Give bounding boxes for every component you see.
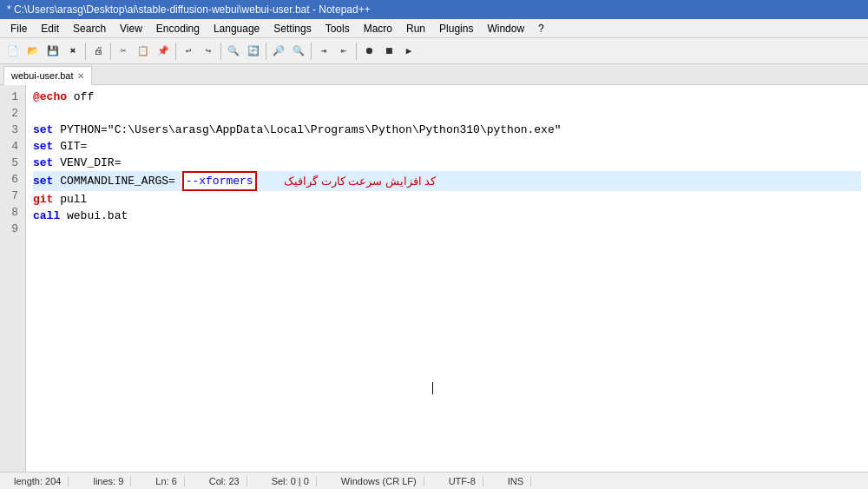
separator-3	[175, 43, 176, 60]
line-num-9: 9	[3, 221, 18, 237]
line-num-7: 7	[3, 188, 18, 204]
status-charset: UTF-8	[442, 476, 483, 486]
code-line-6: set COMMANDLINE_ARGS= --xformers کد افزا…	[33, 171, 861, 191]
macro-button[interactable]: ⏺	[359, 42, 378, 61]
code-set-5: set	[33, 155, 60, 171]
code-area[interactable]: @echo off set PYTHON="C:\Users\arasg\App…	[26, 85, 868, 472]
code-line-5: set VENV_DIR=	[33, 155, 861, 171]
separator-5	[266, 43, 266, 60]
status-lines: lines: 9	[86, 476, 131, 486]
zoom-in-button[interactable]: 🔎	[269, 42, 288, 61]
code-set-3: set	[33, 122, 60, 138]
title-bar: * C:\Users\arasg\Desktop\ai\stable-diffu…	[0, 0, 868, 19]
print-button[interactable]: 🖨	[89, 42, 108, 61]
find-button[interactable]: 🔍	[224, 42, 243, 61]
code-set-6: set	[33, 173, 60, 189]
toolbar: 📄 📂 💾 ✖ 🖨 ✂ 📋 📌 ↩ ↪ 🔍 🔄 🔎 🔍 ⇥ ⇤ ⏺ ⏹ ▶	[0, 38, 868, 64]
menu-item-encoding[interactable]: Encoding	[149, 21, 207, 36]
editor: 1 2 3 4 5 6 7 8 9 @echo off set PYTHON="…	[0, 85, 868, 472]
menu-item-language[interactable]: Language	[207, 21, 266, 36]
menu-bar: FileEditSearchViewEncodingLanguageSettin…	[0, 19, 868, 38]
open-button[interactable]: 📂	[23, 42, 43, 61]
redo-button[interactable]: ↪	[199, 42, 218, 61]
menu-item-settings[interactable]: Settings	[266, 21, 318, 36]
line-num-8: 8	[3, 204, 18, 221]
menu-item-tools[interactable]: Tools	[319, 21, 357, 36]
cut-button[interactable]: ✂	[114, 42, 133, 61]
code-line-7: git pull	[33, 191, 861, 208]
undo-button[interactable]: ↩	[179, 42, 198, 61]
separator-4	[220, 43, 221, 60]
status-ins: INS	[501, 476, 531, 486]
line-num-2: 2	[3, 105, 18, 122]
status-length: length: 204	[7, 476, 69, 486]
separator-7	[356, 43, 357, 60]
menu-item-file[interactable]: File	[3, 21, 34, 36]
separator-2	[110, 43, 111, 60]
zoom-out-button[interactable]: 🔍	[289, 42, 308, 61]
paste-button[interactable]: 📌	[154, 42, 173, 61]
tab-webui-user-bat[interactable]: webui-user.bat ✕	[3, 66, 92, 85]
tab-label: webui-user.bat	[11, 70, 74, 81]
menu-item-macro[interactable]: Macro	[357, 21, 399, 36]
line-num-5: 5	[3, 155, 18, 171]
tab-bar: webui-user.bat ✕	[0, 64, 868, 85]
copy-button[interactable]: 📋	[134, 42, 153, 61]
code-line-8: call webui.bat	[33, 208, 861, 224]
xformers-value: --xformers	[182, 171, 257, 191]
outdent-button[interactable]: ⇤	[334, 42, 353, 61]
status-ln: Ln: 6	[148, 476, 184, 486]
line-num-3: 3	[3, 122, 18, 138]
replace-button[interactable]: 🔄	[244, 42, 263, 61]
menu-item-plugins[interactable]: Plugins	[432, 21, 480, 36]
new-button[interactable]: 📄	[3, 42, 23, 61]
menu-item-run[interactable]: Run	[399, 21, 432, 36]
code-line-9	[33, 224, 861, 241]
menu-item-view[interactable]: View	[113, 21, 149, 36]
line-numbers: 1 2 3 4 5 6 7 8 9	[0, 85, 26, 472]
line-num-4: 4	[3, 138, 18, 155]
code-git: git	[33, 191, 53, 208]
close-button[interactable]: ✖	[63, 42, 82, 61]
status-bar: length: 204 lines: 9 Ln: 6 Col: 23 Sel: …	[0, 472, 868, 489]
status-encoding: Windows (CR LF)	[334, 476, 424, 486]
code-line-2	[33, 105, 861, 122]
code-set-4: set	[33, 138, 60, 155]
separator-1	[85, 43, 86, 60]
title-text: * C:\Users\arasg\Desktop\ai\stable-diffu…	[7, 3, 371, 16]
separator-6	[311, 43, 312, 60]
status-sel: Sel: 0 | 0	[265, 476, 317, 486]
macro-stop-button[interactable]: ⏹	[379, 42, 398, 61]
save-button[interactable]: 💾	[43, 42, 62, 61]
annotation-text: کد افزایش سرعت کارت گرافیک	[284, 173, 436, 189]
menu-item-edit[interactable]: Edit	[34, 21, 66, 36]
menu-item-?[interactable]: ?	[531, 21, 551, 36]
code-call: call	[33, 208, 60, 224]
menu-item-search[interactable]: Search	[66, 21, 113, 36]
text-cursor	[432, 380, 861, 396]
code-echo-at: @echo	[33, 89, 67, 105]
status-col: Col: 23	[202, 476, 247, 486]
line-num-1: 1	[3, 89, 18, 105]
tab-close-button[interactable]: ✕	[77, 71, 84, 81]
indent-button[interactable]: ⇥	[314, 42, 333, 61]
code-line-1: @echo off	[33, 89, 861, 105]
code-line-3: set PYTHON="C:\Users\arasg\AppData\Local…	[33, 122, 861, 138]
macro-play-button[interactable]: ▶	[399, 42, 418, 61]
code-line-4: set GIT=	[33, 138, 861, 155]
menu-item-window[interactable]: Window	[480, 21, 531, 36]
line-num-6: 6	[3, 171, 18, 188]
